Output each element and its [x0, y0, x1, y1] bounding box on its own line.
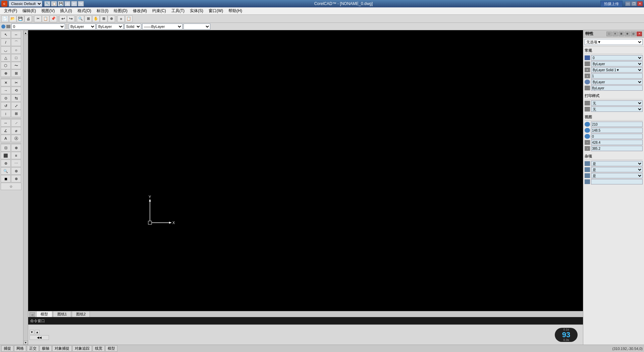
command-input[interactable]: [46, 319, 581, 323]
scroll-up-btn[interactable]: ▲: [35, 330, 40, 335]
left-scroll-up[interactable]: ▲: [24, 31, 28, 35]
tool-block[interactable]: ⊡: [1, 144, 11, 151]
menu-insert[interactable]: 插入(I): [57, 7, 74, 14]
tool-triangle[interactable]: △: [1, 54, 11, 61]
tb-properties[interactable]: 📋: [125, 15, 132, 22]
tool-mirror[interactable]: ⇆: [11, 94, 21, 102]
menu-file[interactable]: 文件(F): [1, 7, 20, 14]
layer-select[interactable]: 0: [11, 24, 65, 30]
tool-select[interactable]: ↖: [1, 31, 11, 38]
panel-icon-1[interactable]: □: [606, 32, 612, 36]
tool-mtext[interactable]: Ⓐ: [11, 135, 21, 142]
tb-snap[interactable]: ⊕: [108, 15, 115, 22]
tb-zoom-ext[interactable]: ⊞: [85, 15, 92, 22]
tb-paste[interactable]: 📌: [50, 15, 57, 22]
tb-grid[interactable]: ⊞: [100, 15, 107, 22]
panel-icon-4[interactable]: ⊗: [625, 32, 630, 36]
tool-xref[interactable]: ⊗: [11, 175, 21, 182]
scroll-down-btn[interactable]: ▼: [30, 330, 34, 335]
tool-3dview[interactable]: ⬛: [1, 152, 11, 159]
menu-window[interactable]: 窗口(W): [206, 7, 226, 14]
no-selection-select[interactable]: 无选项▼: [585, 39, 643, 45]
tool-polygon[interactable]: ⬡: [1, 62, 11, 69]
tab-model[interactable]: 模型: [36, 311, 52, 317]
tool-hatch[interactable]: ⊞: [11, 70, 21, 77]
tool-field[interactable]: ☆: [1, 183, 21, 190]
tool-dim-align[interactable]: ⟋: [11, 119, 21, 127]
color-select[interactable]: ByLayer: [69, 24, 96, 30]
minimize-button[interactable]: —: [625, 1, 631, 6]
panel-icon-5[interactable]: ◎: [631, 32, 636, 36]
panel-icon-3[interactable]: ⊞: [619, 32, 624, 36]
scroll-left-panel[interactable]: ◀◀: [30, 335, 49, 340]
tool-array[interactable]: ⊞: [11, 110, 21, 117]
tool-orbit[interactable]: ⊛: [11, 167, 21, 175]
view-y[interactable]: [591, 128, 643, 133]
tool-ellipse[interactable]: ⊕: [1, 70, 11, 77]
tb-copy[interactable]: 📋: [42, 15, 49, 22]
toolbar-icon-5[interactable]: ↩: [71, 1, 77, 6]
general-plotcolor[interactable]: ByLayer: [591, 79, 643, 85]
panel-icon-2[interactable]: ≡: [612, 32, 618, 36]
plotstyle-select[interactable]: [183, 24, 210, 30]
panel-close[interactable]: ✕: [637, 32, 642, 36]
misc-val4[interactable]: [591, 179, 643, 184]
toolbar-icon-6[interactable]: ↪: [78, 1, 84, 6]
tool-rotate[interactable]: ↺: [1, 102, 11, 109]
general-linetype[interactable]: ByLayer Solid 1▼: [591, 67, 643, 73]
status-ortho[interactable]: 正交: [27, 345, 39, 352]
tb-redo[interactable]: ↪: [67, 15, 74, 22]
tool-circle[interactable]: ○: [11, 46, 21, 54]
status-model[interactable]: 模型: [105, 345, 117, 352]
tab-scroll-icon[interactable]: ◁: [30, 312, 35, 317]
canvas-area[interactable]: X Y: [28, 30, 583, 311]
tool-spline[interactable]: 〜: [11, 62, 21, 69]
general-layer[interactable]: 0: [591, 55, 643, 60]
view-z[interactable]: [591, 134, 643, 139]
tool-stretch[interactable]: ↕: [1, 110, 11, 117]
tb-zoom-in[interactable]: 🔍: [77, 15, 84, 22]
misc-val1[interactable]: 是: [591, 161, 643, 166]
toolbar-icon-1[interactable]: 🔧: [44, 1, 50, 6]
misc-val3[interactable]: 是: [591, 173, 643, 178]
status-otrack[interactable]: 对象追踪: [72, 345, 92, 352]
menu-modify[interactable]: 修改(M): [130, 7, 150, 14]
menu-view[interactable]: 视图(V): [39, 7, 57, 14]
tb-undo[interactable]: ↩: [59, 15, 67, 22]
status-osnap[interactable]: 对象捕捉: [52, 345, 72, 352]
tool-move[interactable]: ↔: [11, 31, 21, 38]
workspace-selector[interactable]: Classic Default: [9, 1, 42, 7]
tool-wipeout[interactable]: ◼: [1, 175, 11, 182]
general-linecolor[interactable]: ByLayer: [591, 61, 643, 67]
tb-save[interactable]: 💾: [17, 15, 24, 22]
left-scroll-down[interactable]: ▼: [24, 341, 28, 345]
status-polar[interactable]: 极轴: [40, 345, 52, 352]
tool-layer-tool[interactable]: ≡: [11, 152, 21, 159]
menu-dim[interactable]: 标注(I): [94, 7, 111, 14]
tool-erase[interactable]: ✕: [1, 79, 11, 86]
status-snap[interactable]: 捕捉: [1, 345, 13, 352]
restore-button[interactable]: ❐: [631, 1, 637, 6]
menu-edit[interactable]: 编辑(E): [20, 7, 39, 14]
tb-open[interactable]: 📂: [9, 15, 16, 22]
tool-dim-linear[interactable]: ↔: [1, 119, 11, 127]
lineweight-select[interactable]: ——ByLayer: [142, 24, 182, 30]
menu-help[interactable]: 帮助(H): [226, 7, 245, 14]
tool-scale[interactable]: ⤢: [11, 102, 21, 109]
menu-format[interactable]: 格式(O): [75, 7, 94, 14]
tool-polyline[interactable]: ⌒: [11, 39, 21, 46]
tb-layer[interactable]: ≡: [117, 15, 125, 22]
tb-print[interactable]: 🖨: [24, 15, 32, 22]
tool-snap-tool[interactable]: ⊚: [1, 160, 11, 167]
tool-line[interactable]: /: [1, 39, 11, 46]
menu-constrain[interactable]: 约束(C): [150, 7, 169, 14]
misc-val2[interactable]: 是: [591, 167, 643, 172]
tool-insert[interactable]: ⊕: [11, 144, 21, 151]
tool-offset[interactable]: ⟲: [11, 87, 21, 94]
toolbar-icon-4[interactable]: 🖨: [64, 1, 70, 6]
menu-solid[interactable]: 实体(S): [187, 7, 206, 14]
tool-extend[interactable]: →: [1, 87, 11, 94]
tool-text[interactable]: A: [1, 135, 11, 142]
tool-trim[interactable]: ✂: [11, 79, 21, 86]
status-linewidth[interactable]: 线宽: [93, 345, 105, 352]
